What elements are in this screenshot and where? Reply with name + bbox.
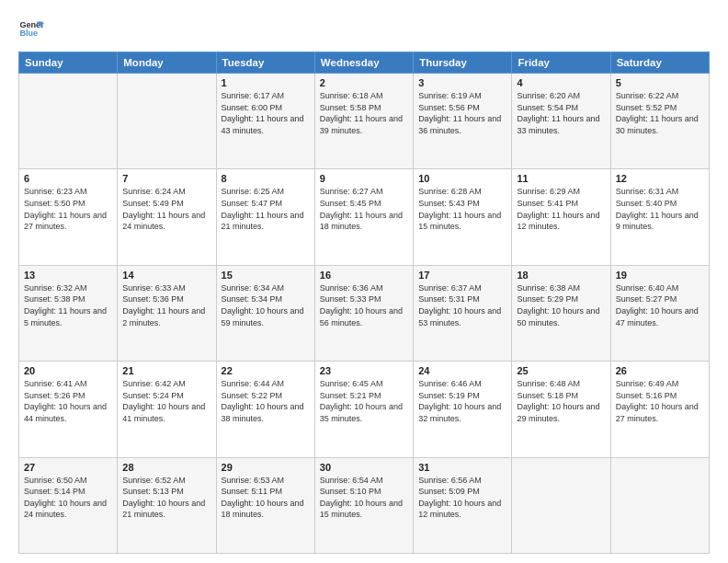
day-number: 9 — [320, 173, 408, 184]
sunrise-text: Sunrise: 6:33 AM — [122, 283, 186, 293]
daylight-text: Daylight: 11 hours and 24 minutes. — [122, 211, 205, 232]
sunrise-text: Sunrise: 6:23 AM — [24, 187, 87, 196]
daylight-text: Daylight: 10 hours and 38 minutes. — [222, 402, 304, 423]
day-info: Sunrise: 6:44 AMSunset: 5:22 PMDaylight:… — [222, 378, 310, 424]
day-header-friday: Friday — [512, 52, 610, 74]
day-info: Sunrise: 6:32 AMSunset: 5:38 PMDaylight:… — [24, 282, 112, 328]
day-number: 20 — [24, 365, 112, 376]
day-info: Sunrise: 6:27 AMSunset: 5:45 PMDaylight:… — [320, 186, 408, 232]
sunset-text: Sunset: 5:26 PM — [24, 391, 85, 400]
day-info: Sunrise: 6:52 AMSunset: 5:13 PMDaylight:… — [122, 475, 210, 521]
daylight-text: Daylight: 10 hours and 32 minutes. — [418, 402, 501, 423]
sunrise-text: Sunrise: 6:17 AM — [222, 91, 285, 100]
calendar-cell: 28Sunrise: 6:52 AMSunset: 5:13 PMDayligh… — [118, 457, 216, 553]
day-info: Sunrise: 6:48 AMSunset: 5:18 PMDaylight:… — [517, 378, 605, 424]
calendar-cell — [118, 74, 216, 169]
day-header-sunday: Sunday — [19, 52, 118, 74]
calendar-cell: 8Sunrise: 6:25 AMSunset: 5:47 PMDaylight… — [216, 169, 314, 265]
daylight-text: Daylight: 10 hours and 21 minutes. — [122, 499, 205, 520]
day-info: Sunrise: 6:40 AMSunset: 5:27 PMDaylight:… — [616, 282, 704, 328]
sunset-text: Sunset: 5:14 PM — [24, 487, 85, 496]
daylight-text: Daylight: 11 hours and 18 minutes. — [320, 211, 403, 232]
calendar-cell: 21Sunrise: 6:42 AMSunset: 5:24 PMDayligh… — [118, 362, 216, 457]
daylight-text: Daylight: 11 hours and 27 minutes. — [24, 211, 107, 232]
sunrise-text: Sunrise: 6:49 AM — [616, 379, 679, 388]
day-number: 7 — [122, 173, 210, 184]
sunrise-text: Sunrise: 6:36 AM — [320, 283, 383, 293]
day-number: 8 — [222, 173, 310, 184]
calendar-cell: 27Sunrise: 6:50 AMSunset: 5:14 PMDayligh… — [19, 457, 118, 553]
day-number: 2 — [320, 77, 408, 88]
calendar-cell: 5Sunrise: 6:22 AMSunset: 5:52 PMDaylight… — [610, 74, 709, 169]
calendar-cell: 12Sunrise: 6:31 AMSunset: 5:40 PMDayligh… — [610, 169, 709, 265]
day-info: Sunrise: 6:18 AMSunset: 5:58 PMDaylight:… — [320, 90, 408, 136]
sunrise-text: Sunrise: 6:45 AM — [320, 379, 383, 388]
week-row-5: 27Sunrise: 6:50 AMSunset: 5:14 PMDayligh… — [19, 457, 710, 553]
sunset-text: Sunset: 5:16 PM — [616, 391, 677, 400]
calendar-cell — [512, 457, 610, 553]
day-number: 1 — [222, 77, 310, 88]
sunset-text: Sunset: 5:56 PM — [418, 103, 480, 112]
day-number: 25 — [517, 365, 605, 376]
daylight-text: Daylight: 11 hours and 2 minutes. — [122, 306, 205, 327]
day-number: 26 — [616, 365, 704, 376]
day-info: Sunrise: 6:19 AMSunset: 5:56 PMDaylight:… — [418, 90, 506, 136]
sunset-text: Sunset: 5:11 PM — [222, 487, 283, 496]
day-info: Sunrise: 6:22 AMSunset: 5:52 PMDaylight:… — [616, 90, 704, 136]
day-info: Sunrise: 6:37 AMSunset: 5:31 PMDaylight:… — [418, 282, 506, 328]
calendar-table: SundayMondayTuesdayWednesdayThursdayFrid… — [18, 52, 710, 554]
day-info: Sunrise: 6:33 AMSunset: 5:36 PMDaylight:… — [122, 282, 210, 328]
calendar-cell: 16Sunrise: 6:36 AMSunset: 5:33 PMDayligh… — [314, 265, 413, 361]
sunset-text: Sunset: 5:41 PM — [517, 199, 578, 208]
calendar-cell: 4Sunrise: 6:20 AMSunset: 5:54 PMDaylight… — [512, 74, 610, 169]
sunrise-text: Sunrise: 6:54 AM — [320, 476, 383, 485]
calendar-cell: 24Sunrise: 6:46 AMSunset: 5:19 PMDayligh… — [414, 362, 512, 457]
calendar-cell: 10Sunrise: 6:28 AMSunset: 5:43 PMDayligh… — [414, 169, 512, 265]
daylight-text: Daylight: 10 hours and 53 minutes. — [418, 306, 501, 327]
day-number: 3 — [418, 77, 506, 88]
sunset-text: Sunset: 5:40 PM — [616, 199, 677, 208]
day-info: Sunrise: 6:56 AMSunset: 5:09 PMDaylight:… — [418, 475, 506, 521]
day-number: 4 — [517, 77, 605, 88]
sunrise-text: Sunrise: 6:29 AM — [517, 187, 580, 196]
calendar-cell: 30Sunrise: 6:54 AMSunset: 5:10 PMDayligh… — [314, 457, 413, 553]
day-info: Sunrise: 6:54 AMSunset: 5:10 PMDaylight:… — [320, 475, 408, 521]
sunrise-text: Sunrise: 6:42 AM — [122, 379, 186, 388]
calendar-cell: 6Sunrise: 6:23 AMSunset: 5:50 PMDaylight… — [19, 169, 118, 265]
sunrise-text: Sunrise: 6:28 AM — [418, 187, 482, 196]
sunset-text: Sunset: 5:36 PM — [122, 294, 184, 304]
day-header-wednesday: Wednesday — [314, 52, 413, 74]
sunrise-text: Sunrise: 6:25 AM — [222, 187, 285, 196]
calendar-cell: 3Sunrise: 6:19 AMSunset: 5:56 PMDaylight… — [414, 74, 512, 169]
sunset-text: Sunset: 5:13 PM — [122, 487, 184, 496]
day-info: Sunrise: 6:38 AMSunset: 5:29 PMDaylight:… — [517, 282, 605, 328]
day-header-saturday: Saturday — [610, 52, 709, 74]
sunrise-text: Sunrise: 6:41 AM — [24, 379, 87, 388]
svg-text:Blue: Blue — [19, 29, 38, 38]
day-info: Sunrise: 6:42 AMSunset: 5:24 PMDaylight:… — [122, 378, 210, 424]
sunset-text: Sunset: 5:45 PM — [320, 199, 381, 208]
day-header-thursday: Thursday — [414, 52, 512, 74]
day-number: 14 — [122, 270, 210, 281]
sunrise-text: Sunrise: 6:38 AM — [517, 283, 580, 293]
daylight-text: Daylight: 10 hours and 27 minutes. — [616, 402, 699, 423]
daylight-text: Daylight: 10 hours and 50 minutes. — [517, 306, 599, 327]
calendar-cell: 1Sunrise: 6:17 AMSunset: 6:00 PMDaylight… — [216, 74, 314, 169]
daylight-text: Daylight: 10 hours and 12 minutes. — [418, 499, 501, 520]
day-info: Sunrise: 6:41 AMSunset: 5:26 PMDaylight:… — [24, 378, 112, 424]
sunrise-text: Sunrise: 6:18 AM — [320, 91, 383, 100]
day-header-monday: Monday — [118, 52, 216, 74]
daylight-text: Daylight: 11 hours and 21 minutes. — [222, 211, 304, 232]
sunrise-text: Sunrise: 6:20 AM — [517, 91, 580, 100]
daylight-text: Daylight: 10 hours and 24 minutes. — [24, 499, 107, 520]
sunrise-text: Sunrise: 6:44 AM — [222, 379, 285, 388]
daylight-text: Daylight: 10 hours and 47 minutes. — [616, 306, 699, 327]
day-number: 10 — [418, 173, 506, 184]
sunset-text: Sunset: 5:21 PM — [320, 391, 381, 400]
page: General Blue SundayMondayTuesdayWednesda… — [0, 0, 728, 563]
daylight-text: Daylight: 11 hours and 43 minutes. — [222, 114, 304, 135]
day-info: Sunrise: 6:29 AMSunset: 5:41 PMDaylight:… — [517, 186, 605, 232]
calendar-cell: 7Sunrise: 6:24 AMSunset: 5:49 PMDaylight… — [118, 169, 216, 265]
sunset-text: Sunset: 5:47 PM — [222, 199, 283, 208]
sunrise-text: Sunrise: 6:50 AM — [24, 476, 87, 485]
